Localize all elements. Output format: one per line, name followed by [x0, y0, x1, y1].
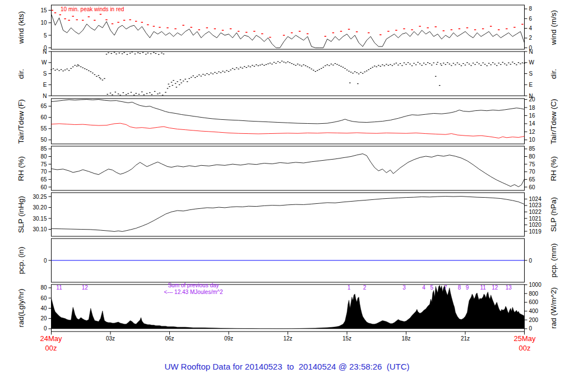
wind-direction-point [226, 70, 227, 71]
peak-wind-point [117, 22, 119, 23]
wind-direction-point [206, 73, 207, 74]
wind-direction-point [299, 65, 300, 66]
wind-direction-point [421, 65, 422, 66]
wind-direction-point [321, 68, 322, 69]
wind-direction-point [94, 74, 95, 75]
wind-direction-point [249, 67, 251, 67]
wind-direction-point [175, 83, 176, 83]
rad-left-tick-label: 20 [40, 315, 47, 321]
peak-wind-point [135, 21, 137, 22]
dir-right-tick-label: E [529, 82, 533, 88]
peak-wind-point [94, 20, 95, 21]
wind-direction-point [104, 78, 105, 79]
wind-direction-point [61, 69, 62, 70]
wind-direction-point [202, 74, 203, 74]
wind-direction-point [131, 52, 132, 52]
wind-direction-point [112, 95, 113, 95]
wind-right-axis-title: wind (m/s) [549, 10, 558, 44]
peak-wind-point [283, 35, 285, 36]
wind-direction-point [149, 92, 150, 93]
peak-wind-point [474, 29, 476, 30]
wind-direction-point [197, 76, 198, 77]
wind-direction-point [177, 81, 178, 82]
wind-direction-point [476, 62, 478, 63]
rad-hour-marker: 12 [82, 284, 88, 291]
wind-direction-point [390, 64, 391, 65]
wind-direction-point [180, 82, 182, 83]
peak-wind-point [403, 29, 405, 30]
rh-right-tick-label: 80 [529, 153, 536, 160]
peak-wind-point [521, 24, 523, 25]
wind-direction-point [431, 65, 432, 66]
wind-direction-point [138, 94, 140, 95]
wind-direction-point [209, 74, 210, 75]
wind-direction-point [70, 68, 71, 69]
peak-wind-point [368, 32, 369, 34]
wind-direction-point [368, 69, 369, 70]
wind-direction-point [297, 64, 298, 64]
wind-direction-point [401, 65, 402, 66]
temperature-right-tick-label: 18 [529, 105, 536, 111]
wind-direction-point [358, 73, 359, 74]
slp-right-tick-label: 1019 [529, 228, 542, 235]
wind-direction-point [198, 74, 200, 75]
wind-direction-point [172, 85, 173, 86]
wind-direction-point [439, 85, 440, 86]
peak-wind-point [253, 31, 255, 32]
wind-direction-point [349, 82, 350, 83]
wind-direction-point [90, 71, 91, 72]
wind-direction-point [293, 64, 294, 64]
peak-wind-point [435, 26, 437, 27]
wind-direction-point [409, 64, 410, 64]
wind-direction-point [498, 63, 499, 63]
wind-direction-point [154, 91, 155, 92]
slp-left-tick-label: 30.15 [33, 216, 47, 222]
wind-direction-point [184, 79, 186, 80]
wind-direction-point [195, 77, 196, 78]
wind-direction-point [145, 54, 146, 54]
wind-direction-point [287, 62, 288, 62]
temp-left-axis-title: Tair/Tdew (F) [17, 99, 25, 144]
wind-direction-point [115, 92, 116, 92]
wind-direction-point [285, 63, 286, 63]
wind-direction-point [419, 63, 420, 64]
wind-direction-point [435, 76, 436, 77]
rad-right-tick-label: 400 [529, 308, 539, 314]
wind-direction-point [224, 72, 225, 72]
wind-direction-point [441, 65, 442, 66]
wind-direction-point [168, 84, 169, 85]
wind-direction-point [214, 72, 215, 73]
rh-panel-frame [52, 146, 525, 190]
wind-direction-point [127, 54, 128, 55]
wind-direction-point [307, 67, 308, 67]
wind-direction-point [98, 75, 99, 76]
rad-right-tick-label: 0 [529, 325, 533, 332]
end-date-line1: 25May [513, 334, 535, 343]
wind-direction-point [252, 65, 253, 66]
wind-direction-point [319, 69, 320, 69]
wind-direction-point [240, 67, 241, 67]
pcp-right-tick-label: 0 [529, 258, 533, 264]
wind-direction-point [193, 76, 194, 76]
wind-direction-point [119, 95, 121, 95]
wind-direction-point [115, 54, 117, 54]
wind-direction-point [53, 68, 54, 69]
wind-right-tick-label: 4 [529, 25, 533, 31]
wind-direction-point [328, 65, 330, 66]
slp-right-tick-label: 1024 [529, 196, 542, 202]
wind-left-axis-title: wind (kts) [17, 11, 25, 44]
slp-right-tick-label: 1021 [529, 216, 542, 222]
wind-direction-point [119, 53, 120, 53]
wind-direction-point [382, 64, 383, 65]
wind-direction-point [500, 64, 501, 65]
rh-relative-humidity-line [52, 154, 525, 187]
peak-wind-point [291, 32, 293, 34]
wind-direction-point [360, 72, 361, 73]
wind-direction-point [465, 65, 466, 66]
peak-wind-point [513, 27, 515, 28]
temperature-right-tick-label: 16 [529, 113, 536, 119]
wind-direction-point [311, 69, 312, 69]
wind-direction-point [342, 67, 344, 67]
wind-direction-point [96, 76, 97, 77]
wind-direction-point [106, 54, 107, 54]
